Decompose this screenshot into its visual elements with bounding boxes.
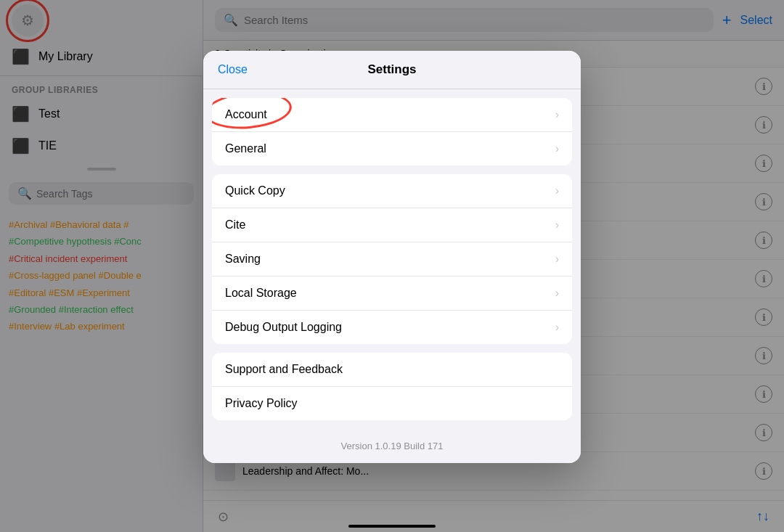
settings-section-3: Support and Feedback Privacy Policy <box>212 353 572 420</box>
settings-row-saving[interactable]: Saving › <box>212 242 572 277</box>
debug-label: Debug Output Logging <box>225 321 555 334</box>
settings-row-debug[interactable]: Debug Output Logging › <box>212 311 572 344</box>
cite-label: Cite <box>225 218 555 232</box>
account-chevron: › <box>555 108 559 121</box>
saving-chevron: › <box>555 253 559 266</box>
version-text: Version 1.0.19 Build 171 <box>203 429 581 463</box>
modal-overlay[interactable]: Close Settings Account › General › <box>0 0 784 532</box>
local-storage-label: Local Storage <box>225 287 555 300</box>
settings-modal: Close Settings Account › General › <box>203 51 581 463</box>
modal-header: Close Settings <box>203 51 581 89</box>
settings-row-local-storage[interactable]: Local Storage › <box>212 277 572 311</box>
support-label: Support and Feedback <box>225 363 559 376</box>
settings-row-cite[interactable]: Cite › <box>212 208 572 242</box>
settings-row-quick-copy[interactable]: Quick Copy › <box>212 174 572 208</box>
debug-chevron: › <box>555 321 559 334</box>
settings-section-2: Quick Copy › Cite › Saving › Local Stora… <box>212 174 572 344</box>
local-storage-chevron: › <box>555 287 559 300</box>
app-container: ⚙ ⬛ My Library GROUP LIBRARIES ⬛ Test ⬛ … <box>0 0 784 532</box>
quick-copy-chevron: › <box>555 184 559 197</box>
settings-row-support[interactable]: Support and Feedback <box>212 353 572 387</box>
settings-section-1: Account › General › <box>212 98 572 165</box>
general-chevron: › <box>555 142 559 155</box>
modal-title: Settings <box>367 62 416 77</box>
privacy-label: Privacy Policy <box>225 397 559 410</box>
modal-body: Account › General › Quick Copy › C <box>203 98 581 463</box>
cite-chevron: › <box>555 218 559 232</box>
saving-label: Saving <box>225 253 555 266</box>
settings-row-account[interactable]: Account › <box>212 98 572 132</box>
general-label: General <box>225 142 555 155</box>
settings-row-general[interactable]: General › <box>212 132 572 165</box>
settings-row-privacy[interactable]: Privacy Policy <box>212 387 572 420</box>
close-button[interactable]: Close <box>218 63 248 76</box>
quick-copy-label: Quick Copy <box>225 184 555 197</box>
account-label: Account <box>225 108 555 121</box>
